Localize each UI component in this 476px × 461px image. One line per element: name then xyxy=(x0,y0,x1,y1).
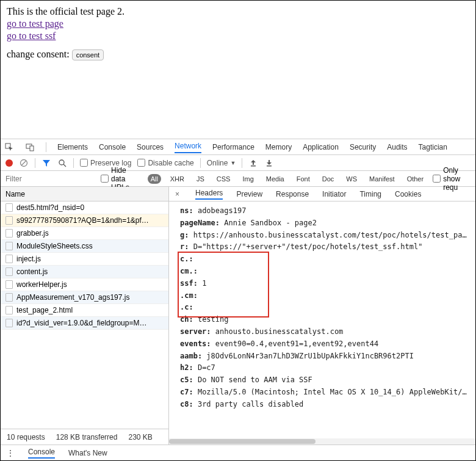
file-icon xyxy=(5,293,13,302)
header-kv: c5: Do NOT send to AAM via SSF xyxy=(180,374,468,387)
type-js[interactable]: JS xyxy=(193,174,207,184)
footer-requests: 10 requests xyxy=(7,433,45,441)
download-icon[interactable] xyxy=(264,158,274,168)
tab-console[interactable]: Console xyxy=(99,143,126,151)
header-kv: .c: xyxy=(180,302,468,314)
record-icon[interactable] xyxy=(5,159,13,167)
file-icon xyxy=(5,306,13,314)
tab-application[interactable]: Application xyxy=(303,143,339,151)
request-row[interactable]: test_page_2.html xyxy=(1,304,168,317)
request-row[interactable]: dest5.html?d_nsid=0 xyxy=(1,201,168,214)
type-doc[interactable]: Doc xyxy=(319,174,337,184)
type-img[interactable]: Img xyxy=(239,174,256,184)
tab-tagtician[interactable]: Tagtician xyxy=(419,143,447,151)
type-manifest[interactable]: Manifest xyxy=(366,174,398,184)
filter-input[interactable] xyxy=(3,172,95,186)
tab-security[interactable]: Security xyxy=(350,143,376,151)
header-kv: c7: Mozilla/5.0 (Macintosh; Intel Mac OS… xyxy=(180,387,468,399)
request-name: grabber.js xyxy=(16,229,49,238)
request-row[interactable]: grabber.js xyxy=(1,227,168,240)
request-row[interactable]: s99277787590871?AQB=1&ndh=1&pf… xyxy=(1,214,168,227)
detail-tab-cookies[interactable]: Cookies xyxy=(395,190,421,198)
request-row[interactable]: inject.js xyxy=(1,253,168,266)
request-row[interactable]: AppMeasurement_v170_ags197.js xyxy=(1,291,168,304)
svg-point-5 xyxy=(59,160,64,165)
link-test-ssf[interactable]: go to test ssf xyxy=(7,31,56,41)
type-font[interactable]: Font xyxy=(294,174,313,184)
request-name: AppMeasurement_v170_ags197.js xyxy=(16,293,129,302)
detail-tab-initiator[interactable]: Initiator xyxy=(322,190,346,198)
tab-network[interactable]: Network xyxy=(175,142,201,153)
header-kv: cm.: xyxy=(180,266,468,278)
consent-label: change consent: xyxy=(7,49,72,59)
file-icon xyxy=(5,242,13,250)
consent-button[interactable]: consent xyxy=(72,49,104,60)
devtools-drawer: ⋮ Console What's New xyxy=(1,445,475,460)
svg-rect-2 xyxy=(30,146,34,151)
column-header-name[interactable]: Name xyxy=(1,187,168,201)
tab-memory[interactable]: Memory xyxy=(265,143,292,151)
devtools-tabbar: Elements Console Sources Network Perform… xyxy=(1,139,475,155)
type-ws[interactable]: WS xyxy=(343,174,360,184)
drawer-tab-console[interactable]: Console xyxy=(28,448,55,459)
header-kv: r: D="https://"+server+"/test/poc/hotels… xyxy=(180,241,468,253)
tab-sources[interactable]: Sources xyxy=(137,143,164,151)
header-kv: aamb: j8Odv6LonN4r3an7LhD3WZrU1bUpAkFkki… xyxy=(180,350,468,363)
file-icon xyxy=(5,216,13,225)
tab-performance[interactable]: Performance xyxy=(212,143,254,151)
file-icon xyxy=(5,280,13,289)
chevron-down-icon: ▼ xyxy=(230,160,236,166)
disable-cache[interactable]: Disable cache xyxy=(137,159,193,167)
request-row[interactable]: ModuleStyleSheets.css xyxy=(1,240,168,253)
request-row[interactable]: content.js xyxy=(1,266,168,278)
header-kv: events: event90=0.4,event91=1,event92,ev… xyxy=(180,338,468,350)
search-icon[interactable] xyxy=(57,158,67,168)
footer-transferred: 128 KB transferred xyxy=(56,433,118,441)
header-kv: server: anhousto.businesscatalyst.com xyxy=(180,326,468,338)
header-kv: h2: D=c7 xyxy=(180,362,468,374)
file-icon xyxy=(5,319,13,327)
request-footer: 10 requests 128 KB transferred 230 KB xyxy=(1,429,168,445)
request-name: content.js xyxy=(16,267,48,276)
type-other[interactable]: Other xyxy=(404,174,427,184)
request-name: s99277787590871?AQB=1&ndh=1&pf… xyxy=(16,216,149,225)
detail-tab-preview[interactable]: Preview xyxy=(236,190,262,198)
header-kv: c.: xyxy=(180,253,468,266)
request-name: inject.js xyxy=(16,255,41,263)
header-kv: ssf: 1 xyxy=(180,278,468,290)
svg-line-6 xyxy=(63,164,66,167)
clear-icon[interactable] xyxy=(19,158,29,168)
header-kv: ns: adobeags197 xyxy=(180,205,468,217)
inspect-icon[interactable] xyxy=(4,142,14,152)
throttle-select[interactable]: Online ▼ xyxy=(207,159,236,167)
request-row[interactable]: workerHelper.js xyxy=(1,278,168,291)
filter-icon[interactable] xyxy=(41,158,51,168)
request-name: test_page_2.html xyxy=(16,306,73,314)
header-kv: .cm: xyxy=(180,290,468,302)
network-filterbar: Hide data URLs All XHR JS CSS Img Media … xyxy=(1,171,475,187)
tab-elements[interactable]: Elements xyxy=(57,143,88,151)
file-icon xyxy=(5,203,13,212)
detail-tab-headers[interactable]: Headers xyxy=(195,189,223,200)
request-row[interactable]: id?d_visid_ver=1.9.0&d_fieldgroup=M… xyxy=(1,317,168,330)
close-icon[interactable]: × xyxy=(175,190,179,198)
type-all[interactable]: All xyxy=(148,174,161,184)
svg-rect-7 xyxy=(251,165,256,167)
file-icon xyxy=(5,229,13,238)
device-toggle-icon[interactable] xyxy=(25,142,35,152)
type-xhr[interactable]: XHR xyxy=(167,174,187,184)
file-icon xyxy=(5,255,13,263)
upload-icon[interactable] xyxy=(248,158,258,168)
link-test-page[interactable]: go to test page xyxy=(7,18,63,29)
tab-audits[interactable]: Audits xyxy=(387,143,407,151)
horizontal-scrollbar[interactable] xyxy=(169,438,475,445)
detail-tab-response[interactable]: Response xyxy=(276,190,309,198)
drawer-tab-whatsnew[interactable]: What's New xyxy=(68,449,107,457)
type-media[interactable]: Media xyxy=(263,174,287,184)
type-css[interactable]: CSS xyxy=(214,174,234,184)
header-kv: g: https://anhousto.businesscatalyst.com… xyxy=(180,230,468,242)
detail-tab-timing[interactable]: Timing xyxy=(359,190,381,198)
request-list: Name dest5.html?d_nsid=0 s99277787590871… xyxy=(1,187,169,445)
drawer-menu-icon[interactable]: ⋮ xyxy=(7,449,15,457)
headers-body[interactable]: ns: adobeags197 pageName: Annie Sandbox … xyxy=(169,201,475,445)
